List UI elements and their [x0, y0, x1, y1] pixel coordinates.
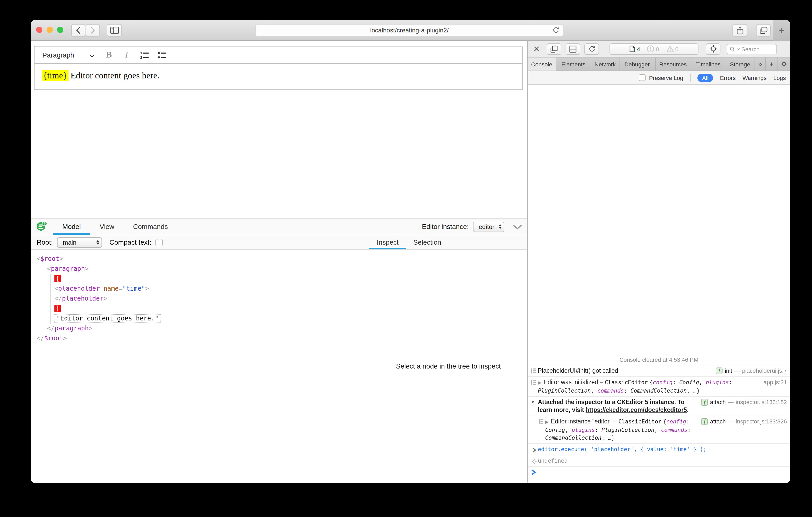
model-tree[interactable]: <$root> <paragraph> [ <placeholder name=…: [31, 250, 369, 483]
filter-errors-button[interactable]: Errors: [720, 74, 735, 81]
tab-selection[interactable]: Selection: [406, 235, 448, 249]
compact-text-checkbox[interactable]: [156, 239, 163, 246]
devtools-search-field[interactable]: Search: [727, 44, 777, 54]
console-result[interactable]: undefined: [528, 455, 790, 466]
disclosure-triangle-icon[interactable]: ▶: [545, 419, 549, 424]
italic-button[interactable]: I: [118, 47, 136, 63]
filter-logs-button[interactable]: Logs: [773, 74, 786, 81]
tab-inspect[interactable]: Inspect: [369, 235, 406, 249]
dock-side-button[interactable]: [547, 43, 561, 55]
empty-state-message: Select a node in the tree to inspect: [396, 362, 501, 370]
disclosure-triangle-open-icon[interactable]: ▼: [530, 399, 535, 414]
devtools-settings-button[interactable]: [778, 58, 790, 70]
tab-view-label: View: [100, 223, 114, 231]
split-panel-icon: [569, 45, 577, 53]
source-location-link[interactable]: inspector.js:133:326: [735, 418, 787, 424]
svg-text:2: 2: [140, 55, 142, 59]
tab-console[interactable]: Console: [528, 58, 556, 70]
source-location-link[interactable]: app.js:21: [763, 379, 787, 385]
source-location-link[interactable]: placeholderui.js:7: [742, 367, 787, 374]
object-class: ClassicEditor: [618, 418, 661, 424]
console-result-text: undefined: [538, 457, 568, 464]
dock-copy-icon: [550, 45, 558, 53]
editor-instance-label: Editor instance:: [422, 223, 469, 231]
tree-text-node[interactable]: "Editor content goes here.": [37, 314, 369, 324]
chevron-right-icon: [90, 27, 95, 34]
search-icon: [730, 46, 735, 52]
dock-bottom-button[interactable]: [566, 43, 580, 55]
tab-model[interactable]: Model: [53, 218, 90, 235]
inspect-detail-pane: Select a node in the tree to inspect: [369, 250, 527, 483]
bold-button[interactable]: B: [100, 47, 118, 63]
function-name: attach: [710, 418, 726, 424]
add-tab-button[interactable]: +: [766, 58, 778, 70]
heading-dropdown[interactable]: Paragraph: [34, 47, 100, 63]
issues-summary-button[interactable]: 4 0: [610, 43, 698, 55]
bulleted-list-button[interactable]: [153, 47, 171, 63]
console-message[interactable]: PlaceholderUI#init() got called f init —…: [528, 365, 790, 376]
editor-content-area[interactable]: {time} Editor content goes here.: [34, 64, 523, 90]
tab-selection-label: Selection: [413, 238, 441, 246]
tab-commands[interactable]: Commands: [124, 218, 177, 235]
tab-resources[interactable]: Resources: [655, 58, 691, 70]
tab-storage[interactable]: Storage: [726, 58, 754, 70]
tree-node-placeholder-close[interactable]: </placeholder>: [37, 294, 369, 304]
root-select[interactable]: main: [57, 237, 102, 247]
tree-node-root-close[interactable]: </$root>: [37, 334, 369, 343]
tab-debugger[interactable]: Debugger: [619, 58, 655, 70]
disclosure-triangle-icon[interactable]: ▶: [538, 380, 542, 385]
filter-warnings-button[interactable]: Warnings: [743, 74, 766, 81]
tree-node-paragraph-close[interactable]: </paragraph>: [37, 324, 369, 334]
collapse-inspector-button[interactable]: [513, 224, 522, 229]
tab-network[interactable]: Network: [591, 58, 619, 70]
editor-instance-select[interactable]: editor: [473, 221, 504, 232]
forward-button[interactable]: [86, 24, 100, 37]
address-bar[interactable]: localhost/creating-a-plugin2/: [255, 24, 563, 37]
tree-node-paragraph-open[interactable]: <paragraph>: [37, 264, 369, 274]
separator: –: [600, 379, 603, 385]
tree-node-placeholder-open[interactable]: <placeholder name="time">: [37, 284, 369, 294]
tab-view[interactable]: View: [90, 218, 124, 235]
source-location-link[interactable]: inspector.js:133:182: [735, 399, 787, 405]
tree-selection-marker-open: [: [37, 274, 369, 284]
reload-button[interactable]: [552, 27, 559, 35]
reload-page-button[interactable]: [584, 43, 599, 55]
console-message[interactable]: ▶Editor instance "editor" – ClassicEdito…: [528, 416, 790, 443]
console-log-area[interactable]: Console cleared at 4:53:46 PM Placeholde…: [528, 85, 790, 483]
placeholder-widget[interactable]: {time}: [42, 70, 68, 81]
sidebar-toggle-button[interactable]: [107, 24, 122, 37]
close-window-button[interactable]: [36, 27, 42, 33]
minimize-window-button[interactable]: [47, 27, 53, 33]
browser-window: localhost/creating-a-plugin2/ +: [31, 20, 790, 483]
heading-dropdown-label: Paragraph: [42, 51, 74, 59]
warning-triangle-icon: [666, 45, 674, 52]
tab-timelines[interactable]: Timelines: [691, 58, 726, 70]
page-count: 4: [630, 45, 640, 52]
log-stack-icon: [531, 379, 537, 385]
crosshair-icon: [709, 45, 717, 53]
share-button[interactable]: [732, 24, 747, 37]
filter-all-button[interactable]: All: [697, 73, 713, 82]
separator: —: [734, 367, 740, 374]
console-input-echo[interactable]: editor.execute( 'placeholder', { value: …: [528, 443, 790, 455]
inspector-header: 5 Model View Commands Editor instance: e…: [31, 218, 527, 235]
console-prompt[interactable]: [528, 466, 790, 483]
close-devtools-button[interactable]: [532, 44, 541, 53]
external-link[interactable]: https://ckeditor.com/docs/ckeditor5: [586, 407, 687, 413]
log-text: Editor was initialized: [544, 379, 598, 385]
tab-overview-button[interactable]: [756, 24, 771, 37]
zoom-window-button[interactable]: [57, 27, 63, 33]
tab-overflow-button[interactable]: »: [755, 58, 766, 70]
tab-elements[interactable]: Elements: [556, 58, 591, 70]
title-bar: localhost/creating-a-plugin2/ +: [31, 20, 790, 41]
numbered-list-icon: 1 2: [140, 51, 149, 59]
back-button[interactable]: [71, 24, 85, 37]
numbered-list-button[interactable]: 1 2: [136, 47, 153, 63]
console-message[interactable]: ▶Editor was initialized – ClassicEditor …: [528, 376, 790, 396]
tab-overview-icon: [759, 27, 767, 34]
tree-node-root-open[interactable]: <$root>: [37, 254, 369, 264]
new-tab-button[interactable]: +: [773, 20, 790, 41]
element-picker-button[interactable]: [706, 43, 720, 55]
preserve-log-checkbox[interactable]: [639, 74, 646, 81]
console-message[interactable]: ▼ Attached the inspector to a CKEditor 5…: [528, 396, 790, 416]
